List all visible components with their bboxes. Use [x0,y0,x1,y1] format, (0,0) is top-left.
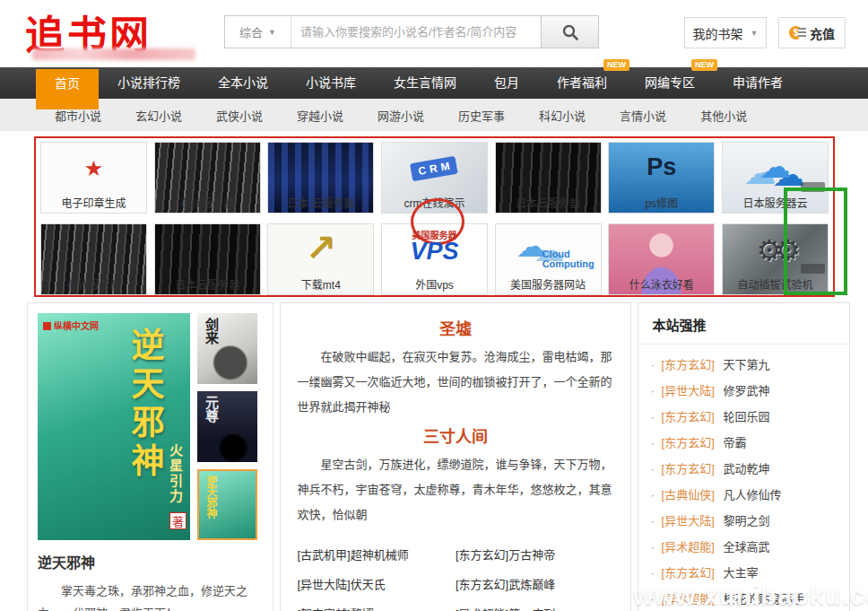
recommend-category: [古典仙侠] [662,488,715,502]
ad-caption: 在线服务器 [41,276,146,294]
subnav-item[interactable]: 网游小说 [360,107,441,124]
nav-item[interactable]: 首页 [36,69,99,109]
cover-thumbnail[interactable]: 剑来 [197,313,257,384]
ad-image: Ps [609,143,714,195]
subnav-item[interactable]: 言情小说 [603,107,683,124]
ad-art-icon: ★ [84,156,104,181]
recommend-item[interactable]: · [古典仙侠] 凡人修仙传 [651,482,849,508]
cover-thumbnail[interactable]: 元尊 [197,391,257,462]
nav-item[interactable]: 包月 [475,67,538,99]
search-input[interactable] [291,16,541,48]
recommend-name: 帝霸 [723,436,746,450]
novel-link[interactable]: [东方玄幻]武炼巅峰 [456,570,614,599]
nav-item-label: 网编专区 [645,75,695,90]
featured-book-title[interactable]: 逆天邪神 [38,551,263,572]
site-watermark: www.xunibaoku.com [633,581,868,611]
recommend-list: · [东方玄幻] 天下第九 · [异世大陆] 修罗武神 · [东方玄幻] 轮回乐… [638,345,849,611]
section-description: 星空古剑，万族进化，缥缈道院，谁与争锋，天下万物，神兵不朽，宇宙苍穹，太虚称尊，… [297,452,613,528]
bullet: · [651,514,655,528]
ad-image: ☁ Cloud Computing [496,224,601,276]
ad-item[interactable]: 日本云服务器 [154,223,261,295]
nav-item[interactable]: 网编专区 NEW [626,67,714,99]
site-recommend-panel: 本站强推 · [东方玄幻] 天下第九 · [异世大陆] 修罗武神 · [东方玄幻… [638,302,850,611]
nav-item[interactable]: 全本小说 [199,67,287,99]
ad-image [155,143,260,195]
recommend-item[interactable]: · [东方玄幻] 轮回乐园 [651,404,849,430]
novel-link[interactable]: [架空穿越]赘婿 [297,599,456,611]
nav-item-label: 全本小说 [218,75,268,90]
novel-link[interactable]: [异术超能]第一序列 [456,599,614,611]
featured-book-cover[interactable]: 纵横中文网 逆天邪神 火星引力 著 [38,313,190,540]
novel-link[interactable]: [异世大陆]伏天氏 [297,570,456,599]
thumbnail-title: 逆天邪神 [204,476,219,519]
recommend-item[interactable]: · [东方玄幻] 天下第九 [651,352,849,378]
nav-item[interactable]: 小说排行榜 [99,67,199,99]
ad-item[interactable]: 日本 云服务器 [267,142,374,214]
ad-item[interactable]: 日本云服务器 [495,142,602,214]
recommend-item[interactable]: · [东方玄幻] 武动乾坤 [651,456,849,482]
bullet: · [651,566,655,580]
ad-art-text: VPS [410,238,458,266]
nav-item[interactable]: 作者福利 NEW [538,67,626,99]
search-category-dropdown[interactable]: 综合 ▼ [225,16,291,48]
recharge-button[interactable]: $ 充值 [778,17,846,48]
category-subnav: 都市小说 玄幻小说 武侠小说 穿越小说 网游小说 历史军事 科幻小说 言情小说 … [0,99,868,131]
recommend-category: [异术超能] [662,540,715,554]
cover-title: 逆天邪神 [120,327,169,482]
featured-book-panel: 纵横中文网 逆天邪神 火星引力 著 剑来 元尊 逆天邪神 [27,302,273,611]
bullet: · [651,488,655,502]
novel-link[interactable]: [古武机甲]超神机械师 [297,540,456,570]
recommend-name: 全球高武 [723,540,769,554]
ad-caption: 下载mt4 [268,276,373,294]
ad-item[interactable]: ★ 电子印章生成 [40,142,147,214]
recommend-name: 武动乾坤 [723,462,769,476]
recommend-category: [东方玄幻] [662,358,715,371]
ad-caption: 日本 云服务器 [268,195,373,213]
section-title[interactable]: 圣墟 [297,316,613,339]
recommend-item[interactable]: · [异世大陆] 修罗武神 [651,378,849,404]
ad-caption: ps修图 [609,195,714,213]
subnav-item[interactable]: 穿越小说 [280,107,360,124]
ad-item[interactable]: Ps ps修图 [608,142,715,214]
subnav-item[interactable]: 历史军事 [441,107,522,124]
my-bookshelf-button[interactable]: 我的书架 ▼ [684,17,767,48]
ad-caption: 在线服务器 [155,195,260,213]
ad-caption: 美国服务器网站 [496,276,601,294]
nav-item-label: 小说排行榜 [117,75,180,90]
featured-section: 圣墟 在破败中崛起，在寂灭中复苏。沧海成尘，雷电枯竭，那一缕幽雾又一次临近大地，… [297,316,613,420]
cover-thumbnail[interactable]: 逆天邪神 [197,469,257,540]
recommend-item[interactable]: · [东方玄幻] 帝霸 [651,430,849,456]
recommend-item[interactable]: · [异术超能] 全球高武 [651,534,849,560]
recommend-category: [东方玄幻] [662,410,715,423]
section-title[interactable]: 三寸人间 [297,423,613,447]
subnav-item[interactable]: 玄幻小说 [118,107,199,124]
ad-item[interactable]: VPS 美国服务器 外国vps [381,223,488,295]
bullet: · [651,410,655,423]
cover-author: 火星引力 [166,443,185,504]
ad-item[interactable]: ☁ Cloud Computing 美国服务器网站 [495,223,602,295]
ad-image: CRM [382,143,487,195]
recommend-item[interactable]: · [异世大陆] 黎明之剑 [651,508,849,534]
ads-grid: ★ 电子印章生成 在线服务器 日本 云服务器 [40,142,829,295]
ad-image [496,143,601,195]
recommend-name: 天下第九 [723,358,769,371]
ad-art-text: CRM [410,156,458,182]
recommend-category: [异世大陆] [662,514,715,528]
ad-item[interactable]: ↗ 下载mt4 [267,223,374,295]
novel-link[interactable]: [东方玄幻]万古神帝 [456,540,614,570]
ad-item[interactable]: 什么泳衣好看 [608,223,715,295]
subnav-item[interactable]: 科幻小说 [522,107,603,124]
subnav-item[interactable]: 其他小说 [683,107,764,124]
ad-item[interactable]: 在线服务器 [154,142,261,214]
recommend-name: 轮回乐园 [723,410,769,423]
subnav-item[interactable]: 武侠小说 [199,107,280,124]
nav-item[interactable]: 女生言情网 [375,67,475,99]
nav-item[interactable]: 申请作者 [714,67,802,99]
bullet: · [651,384,655,397]
nav-item[interactable]: 小说书库 [287,67,375,99]
ad-item[interactable]: 在线服务器 [40,223,147,295]
bullet: · [651,358,655,371]
search-button[interactable] [541,16,598,48]
recommend-name: 大主宰 [723,566,758,580]
recommend-name: 黎明之剑 [723,514,769,528]
